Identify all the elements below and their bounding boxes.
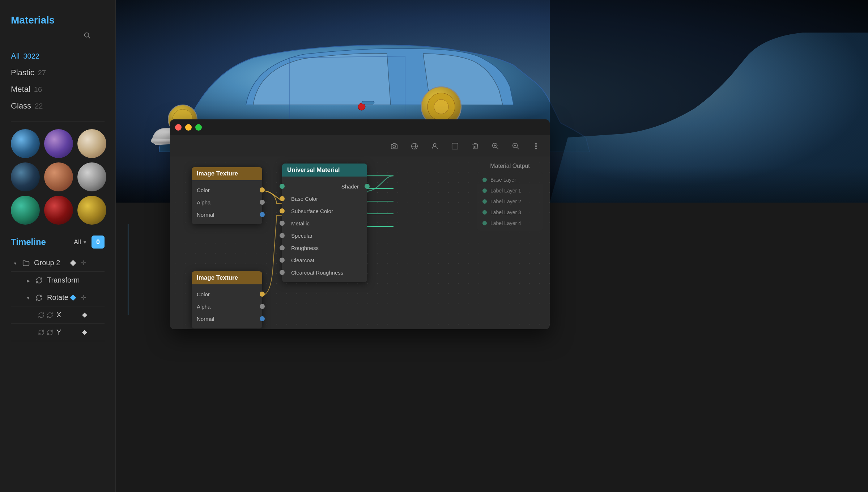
node-row-color-out: Color bbox=[192, 184, 262, 196]
svg-point-27 bbox=[433, 143, 436, 146]
node-canvas[interactable]: Image Texture Color Alpha Normal bbox=[170, 157, 550, 329]
globe-toolbar-icon[interactable] bbox=[408, 140, 421, 153]
more-toolbar-icon[interactable] bbox=[529, 140, 542, 153]
material-grid bbox=[11, 129, 105, 225]
mo-socket-label3[interactable] bbox=[482, 210, 487, 215]
search-button[interactable] bbox=[81, 29, 94, 42]
node-row-color-out-2: Color bbox=[192, 288, 262, 300]
node-row-specular: Specular bbox=[282, 229, 367, 242]
material-ball-2[interactable] bbox=[77, 129, 106, 158]
socket-clearcoat-roughness-input[interactable] bbox=[280, 270, 285, 275]
mo-row-label2: Label Layer 2 bbox=[477, 196, 542, 207]
socket-metallic-input[interactable] bbox=[280, 221, 285, 226]
material-ball-5[interactable] bbox=[77, 162, 106, 191]
category-item-plastic[interactable]: Plastic 27 bbox=[11, 64, 105, 81]
mo-socket-label4[interactable] bbox=[482, 221, 487, 225]
mo-socket-base-layer[interactable] bbox=[482, 178, 487, 182]
window-minimize-button[interactable] bbox=[185, 124, 192, 131]
svg-rect-28 bbox=[452, 143, 458, 149]
folder-icon-group2 bbox=[21, 258, 31, 268]
zoom-in-toolbar-icon[interactable] bbox=[489, 140, 502, 153]
socket-alpha-output-2[interactable] bbox=[260, 304, 265, 309]
node-universal-material-body: Shader Base Color Subsurface Color bbox=[282, 177, 367, 282]
move-icon-group2[interactable]: ✛ bbox=[81, 259, 86, 267]
socket-color-output-2[interactable] bbox=[260, 292, 265, 297]
trash-toolbar-icon[interactable] bbox=[469, 140, 482, 153]
window-maximize-button[interactable] bbox=[195, 124, 202, 131]
socket-clearcoat-input[interactable] bbox=[280, 258, 285, 263]
timeline-row-y[interactable]: Y bbox=[11, 324, 105, 341]
material-ball-8[interactable] bbox=[77, 196, 106, 225]
material-ball-3[interactable] bbox=[11, 162, 40, 191]
search-icon bbox=[83, 31, 91, 39]
svg-point-13 bbox=[434, 99, 448, 114]
timeline-row-transform[interactable]: Transform bbox=[11, 272, 105, 289]
timeline-row-group2[interactable]: Group 2 ✛ bbox=[11, 254, 105, 272]
material-ball-0[interactable] bbox=[11, 129, 40, 158]
timeline-row-x[interactable]: X bbox=[11, 306, 105, 324]
keyframe-diamond-y bbox=[82, 330, 87, 335]
socket-specular-input[interactable] bbox=[280, 233, 285, 238]
timeline-header: Timeline All ▼ 0 bbox=[11, 236, 105, 249]
mo-socket-label1[interactable] bbox=[482, 188, 487, 193]
socket-base-color-input[interactable] bbox=[280, 196, 285, 201]
expand-group2-icon[interactable] bbox=[11, 259, 20, 267]
socket-roughness-input[interactable] bbox=[280, 245, 285, 250]
category-list: All 3022 Plastic 27 Metal 16 Glass 22 bbox=[11, 48, 105, 114]
node-row-roughness: Roughness bbox=[282, 242, 367, 254]
node-image-texture-2-body: Color Alpha Normal bbox=[192, 284, 262, 328]
node-image-texture-2-header: Image Texture bbox=[192, 271, 262, 284]
socket-subsurface-input[interactable] bbox=[280, 208, 285, 213]
node-image-texture-1-header: Image Texture bbox=[192, 167, 262, 180]
transform-label: Transform bbox=[47, 276, 105, 284]
expand-transform-icon[interactable] bbox=[24, 276, 33, 285]
expand-rotate-icon[interactable] bbox=[24, 293, 33, 302]
node-toolbar bbox=[170, 135, 550, 157]
node-row-clearcoat-roughness: Clearcoat Roughness bbox=[282, 266, 367, 279]
category-item-glass[interactable]: Glass 22 bbox=[11, 98, 105, 114]
sidebar: Materials All 3022 Plastic 27 Metal 16 G… bbox=[0, 0, 116, 492]
mo-row-base-layer: Base Layer bbox=[477, 174, 542, 185]
socket-alpha-output[interactable] bbox=[260, 200, 265, 205]
timeline-controls: All ▼ 0 bbox=[74, 236, 105, 249]
loop-icon-y bbox=[37, 328, 46, 337]
node-universal-material-header: Universal Material bbox=[282, 164, 367, 177]
socket-normal-output[interactable] bbox=[260, 212, 265, 217]
svg-line-30 bbox=[497, 147, 499, 149]
socket-normal-output-2[interactable] bbox=[260, 316, 265, 321]
node-titlebar bbox=[170, 119, 550, 135]
mo-socket-label2[interactable] bbox=[482, 199, 487, 204]
material-ball-1[interactable] bbox=[44, 129, 73, 158]
node-row-subsurface-color: Subsurface Color bbox=[282, 205, 367, 217]
user-toolbar-icon[interactable] bbox=[428, 140, 441, 153]
node-row-normal-out-2: Normal bbox=[192, 313, 262, 325]
timeline-row-rotate[interactable]: Rotate ✛ bbox=[11, 289, 105, 306]
timeline-filter-dropdown[interactable]: All ▼ bbox=[74, 238, 87, 246]
zoom-out-toolbar-icon[interactable] bbox=[509, 140, 522, 153]
window-close-button[interactable] bbox=[175, 124, 182, 131]
keyframe-diamond-rotate bbox=[70, 294, 76, 301]
node-image-texture-2[interactable]: Image Texture Color Alpha Normal bbox=[192, 271, 262, 328]
timeline-badge: 0 bbox=[92, 236, 105, 249]
socket-shader-input[interactable] bbox=[280, 184, 285, 189]
camera-toolbar-icon[interactable] bbox=[388, 140, 401, 153]
material-ball-7[interactable] bbox=[44, 196, 73, 225]
timeline-title: Timeline bbox=[11, 237, 46, 247]
node-editor-window: Image Texture Color Alpha Normal bbox=[170, 119, 550, 329]
loop-icon-rotate bbox=[34, 293, 44, 303]
rect-toolbar-icon[interactable] bbox=[448, 140, 461, 153]
node-image-texture-1[interactable]: Image Texture Color Alpha Normal bbox=[192, 167, 262, 224]
node-row-base-color: Base Color bbox=[282, 192, 367, 205]
node-universal-material[interactable]: Universal Material Shader Base Color bbox=[282, 164, 367, 282]
material-ball-4[interactable] bbox=[44, 162, 73, 191]
node-row-normal-out: Normal bbox=[192, 208, 262, 221]
main-area: X25K4V bbox=[116, 0, 868, 492]
category-item-metal[interactable]: Metal 16 bbox=[11, 81, 105, 98]
node-row-shader: Shader bbox=[282, 180, 367, 192]
svg-line-34 bbox=[517, 147, 519, 149]
material-ball-6[interactable] bbox=[11, 196, 40, 225]
category-item-all[interactable]: All 3022 bbox=[11, 48, 105, 64]
socket-color-output[interactable] bbox=[260, 187, 265, 192]
socket-shader-output[interactable] bbox=[365, 184, 370, 189]
move-icon-rotate[interactable]: ✛ bbox=[81, 294, 86, 302]
